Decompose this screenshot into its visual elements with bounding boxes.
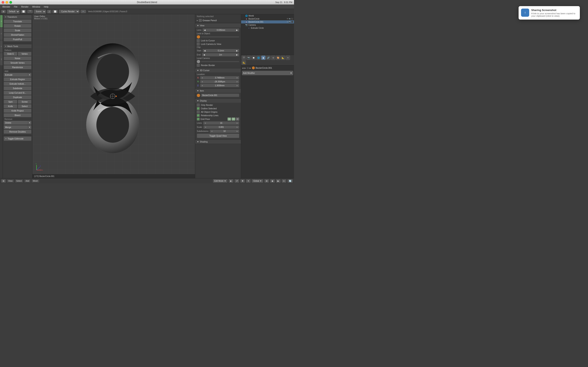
shading-dot-btn[interactable]: ◐ (229, 179, 233, 183)
add-modifier-button[interactable]: Add Modifier ▼ (242, 71, 293, 75)
lock-obj-input[interactable] (201, 36, 239, 38)
relationship-checkbox[interactable]: ✓ (197, 114, 200, 117)
bisect-button[interactable]: Bisect (4, 113, 31, 117)
expand-btn[interactable]: ⬜ (21, 10, 26, 13)
engine-select[interactable]: Cycles Render (59, 10, 79, 13)
prop-tab-material[interactable]: 🎨 (276, 55, 280, 60)
scene-icon-btn[interactable]: 🎬 (27, 10, 33, 13)
add-menu-item[interactable]: Add (24, 179, 30, 183)
render-border-checkbox[interactable] (197, 64, 200, 67)
extrude-individ-button[interactable]: Extrude Individ... (4, 82, 31, 86)
lines-value[interactable]: ◀ 16 ▶ (203, 121, 239, 125)
shrink-flatten-button[interactable]: Shrink/Flatten (4, 33, 31, 37)
noise-button[interactable]: Noise (4, 56, 31, 60)
cursor-header[interactable]: ▼ 3D Cursor (195, 68, 241, 72)
grid-z-btn[interactable]: Z (236, 117, 240, 121)
autokey-btn[interactable]: ◉ (270, 179, 275, 183)
merge-button[interactable]: Merge (4, 125, 28, 129)
sync-btn[interactable]: 🔄 (287, 179, 293, 183)
y-value[interactable]: ◀ -28.3588μm ▶ (200, 80, 239, 83)
pivot-btn[interactable]: ✦ (246, 179, 251, 183)
extrude-arrow[interactable]: ▼ (28, 73, 31, 77)
bc-eye-icon[interactable]: 👁 (287, 18, 288, 20)
z-value[interactable]: ◀ 1.3036mm ▶ (200, 84, 239, 87)
timeline-btn[interactable]: ▶ (276, 179, 281, 183)
outliner-beziercircle-row[interactable]: ● BezierCircle 👁 📷 ⬛ (241, 17, 294, 20)
prop-tab-object[interactable]: ◆ (261, 55, 266, 60)
grease-pencil-strip-tab[interactable]: GP (0, 53, 3, 65)
outline-selected-checkbox[interactable]: ✓ (197, 107, 200, 110)
knife-project-button[interactable]: Knife Project (4, 109, 31, 113)
display-scale-value[interactable]: ◀ 0.001 ▶ (203, 125, 239, 129)
toggle-editmode-button[interactable]: ▼ Toggle Editmode (4, 136, 31, 141)
transform-header[interactable]: ▼ Transform (4, 15, 31, 19)
x-value[interactable]: ◀ 3.7488mm ▶ (200, 76, 239, 80)
transform-orient-btn[interactable]: Global ▼ (252, 179, 263, 183)
extrude-button[interactable]: Extrude (4, 73, 28, 77)
mode-icon-button[interactable]: ⊞ (1, 10, 6, 13)
status-icon-btn[interactable]: ⊞ (1, 179, 6, 183)
tools-tab[interactable]: T (0, 15, 3, 27)
outliner-world-row[interactable]: 🌐 World (241, 14, 294, 17)
slide-edge-button[interactable]: Slide E (4, 52, 17, 56)
grid-x-btn[interactable]: X (227, 117, 231, 121)
bc001-eye-icon[interactable]: 👁 (287, 21, 288, 23)
bc001-render-icon[interactable]: ⬛ (291, 21, 293, 23)
bc-render-icon[interactable]: ⬛ (291, 18, 293, 20)
shading-header[interactable]: ▼ Shading (195, 140, 241, 144)
randomize-button[interactable]: Randomize (4, 65, 31, 69)
outliner-extrude-row[interactable]: ○ Extrude Circle (241, 26, 294, 30)
menu-help[interactable]: Help (42, 5, 50, 8)
maximize-button[interactable] (9, 1, 12, 4)
mode-select-btn[interactable]: Edit Mode ▼ (213, 179, 228, 183)
loop-cut-button[interactable]: Loop Cut and Sl... (4, 91, 31, 95)
lens-value[interactable]: ◀ 0.035mm ▶ (203, 28, 239, 32)
all-origins-checkbox[interactable] (197, 110, 200, 113)
toggle-quad-view-button[interactable]: Toggle Quad View (197, 133, 239, 138)
subdivide-button[interactable]: Subdivide (4, 86, 31, 90)
lock-camera-checkbox[interactable] (197, 43, 200, 45)
menu-window[interactable]: Window (31, 5, 42, 8)
close-button[interactable] (2, 1, 4, 4)
remove-doubles-button[interactable]: Remove Doubles (4, 130, 31, 134)
outliner-camera-row[interactable]: 📷 Camera (241, 24, 294, 26)
bc-cam-icon[interactable]: 📷 (289, 18, 291, 20)
view-header[interactable]: ▼ View (195, 24, 241, 27)
only-render-checkbox[interactable] (197, 104, 200, 106)
prop-tab-texture[interactable]: 📐 (281, 55, 285, 60)
prop-tab-render2[interactable]: 🔲 (251, 55, 256, 60)
viewport[interactable]: User Ortho Meters x 0.001 (33, 14, 195, 178)
extra-tools-btn[interactable]: ⊞ (264, 179, 269, 183)
prop-tab-physics[interactable]: 💫 (242, 60, 246, 65)
spin-button[interactable]: Spin (4, 100, 17, 104)
gp-checkbox[interactable] (199, 19, 202, 22)
options-tab[interactable]: O (0, 40, 3, 53)
view-menu-item[interactable]: View (7, 179, 14, 183)
mesh-tools-header[interactable]: ▼ Mesh Tools (4, 44, 31, 48)
prop-tab-scene[interactable]: 🎬 (242, 55, 246, 60)
delete-button[interactable]: Delete (4, 121, 28, 125)
clip-start-value[interactable]: ◀ 0.1mm ▶ (203, 49, 239, 52)
render-btn[interactable]: 🎮 (81, 10, 86, 13)
layout-select[interactable]: Default (7, 9, 20, 14)
scene-select[interactable]: Scene (34, 9, 46, 14)
smooth-vertex-button[interactable]: Smooth Vertex (4, 61, 31, 65)
proportional-btn[interactable]: ↺ (234, 179, 239, 183)
mesh-menu-item[interactable]: Mesh (32, 179, 39, 183)
local-camera-input[interactable] (201, 61, 239, 62)
duplicate-button[interactable]: Duplicate (4, 95, 31, 99)
grease-pencil-row[interactable]: ▶ Grease Pencil (195, 18, 241, 22)
grid-y-btn[interactable]: Y (232, 117, 235, 121)
display-header[interactable]: ▼ Display (195, 99, 241, 103)
menu-render[interactable]: Render (20, 5, 30, 8)
menu-blender[interactable]: Blender (1, 5, 12, 8)
grid-floor-checkbox[interactable]: ✓ (197, 118, 200, 120)
outliner-beziercircle-001-row[interactable]: ● BezierCircle.001 👁 📷 ⬛ (241, 20, 294, 24)
select-button[interactable]: Select (18, 104, 31, 108)
bc001-cam-icon[interactable]: 📷 (289, 21, 291, 23)
expand-btn2[interactable]: ⬜ (52, 10, 58, 13)
delete-arrow[interactable]: ▼ (28, 121, 31, 125)
prop-tab-constraints[interactable]: 🔗 (266, 55, 270, 60)
lock-cursor-checkbox[interactable] (197, 39, 200, 42)
extrude-region-button[interactable]: Extrude Region (4, 77, 31, 81)
